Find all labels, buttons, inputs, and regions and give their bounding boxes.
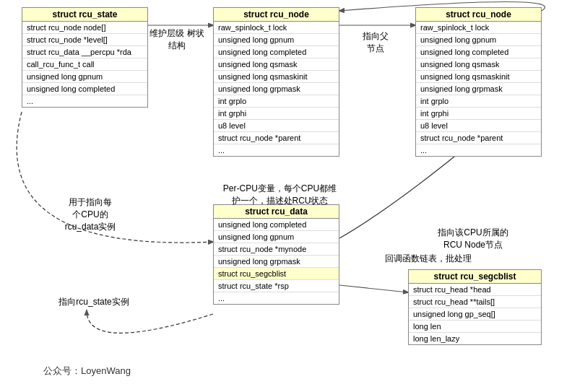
- rcu-state-field-1: struct rcu_node *level[]: [22, 34, 147, 46]
- rcu-node-mid-field-6: int grplo: [214, 95, 339, 108]
- rcu-data-field-3: unsigned long grpmask: [214, 256, 339, 268]
- rcu-node-mid-field-5: unsigned long grpmask: [214, 83, 339, 95]
- rcu-node-right-field-9: struct rcu_node *parent: [416, 132, 541, 144]
- rcu-segcblist-field-2: unsigned long gp_seq[]: [409, 308, 541, 321]
- rcu-segcblist-field-4: long len_lazy: [409, 333, 541, 344]
- rcu-data-field-5: struct rcu_state *rsp: [214, 280, 339, 292]
- rcu-segcblist-field-3: long len: [409, 321, 541, 333]
- label-maintain-tree: 维护层级 树状结构: [148, 27, 206, 52]
- rcu-data-field-0: unsigned long completed: [214, 219, 339, 231]
- rcu-node-mid-title: struct rcu_node: [214, 8, 339, 22]
- rcu-node-right-field-3: unsigned long qsmask: [416, 58, 541, 71]
- rcu-segcblist-field-0: struct rcu_head *head: [409, 284, 541, 296]
- rcu-node-right-field-4: unsigned long qsmaskinit: [416, 71, 541, 83]
- rcu-node-right-field-10: ...: [416, 144, 541, 156]
- rcu-node-right-field-2: unsigned long completed: [416, 46, 541, 58]
- rcu-data-field-1: unsigned long gpnum: [214, 231, 339, 243]
- rcu-state-field-4: unsigned long gpnum: [22, 71, 147, 83]
- rcu-node-mid-field-3: unsigned long qsmask: [214, 58, 339, 71]
- rcu-node-mid-field-7: int grphi: [214, 108, 339, 120]
- rcu-node-mid-field-10: ...: [214, 144, 339, 156]
- rcu-state-field-3: call_rcu_func_t call: [22, 58, 147, 71]
- rcu-data-title: struct rcu_data: [214, 205, 339, 219]
- label-point-rcu-node: 指向该CPU所属的RCU Node节点: [412, 227, 534, 251]
- rcu-state-field-5: unsigned long completed: [22, 83, 147, 95]
- rcu-node-right-field-6: int grplo: [416, 95, 541, 108]
- rcu-state-field-2: struct rcu_data __percpu *rda: [22, 46, 147, 58]
- rcu-node-mid-field-0: raw_spinlock_t lock: [214, 22, 339, 34]
- label-per-cpu: Per-CPU变量，每个CPU都维护一个，描述处RCU状态: [213, 183, 347, 207]
- rcu-node-right-field-0: raw_spinlock_t lock: [416, 22, 541, 34]
- rcu-node-mid-field-1: unsigned long gpnum: [214, 34, 339, 46]
- rcu-node-right-field-7: int grphi: [416, 108, 541, 120]
- rcu-state-box: struct rcu_state struct rcu_node node[] …: [22, 7, 148, 108]
- label-callback-table: 回调函数链表，批处理: [361, 253, 495, 265]
- svg-line-2: [339, 285, 408, 292]
- rcu-node-mid-box: struct rcu_node raw_spinlock_t lock unsi…: [213, 7, 339, 157]
- rcu-node-mid-field-2: unsigned long completed: [214, 46, 339, 58]
- rcu-data-field-6: ...: [214, 292, 339, 304]
- label-point-rcu-state: 指向rcu_state实例: [36, 296, 152, 308]
- rcu-segcblist-box: struct rcu_segcblist struct rcu_head *he…: [408, 269, 542, 345]
- diagram-container: struct rcu_state struct rcu_node node[] …: [0, 0, 572, 392]
- rcu-node-mid-field-4: unsigned long qsmaskinit: [214, 71, 339, 83]
- rcu-segcblist-title: struct rcu_segcblist: [409, 270, 541, 284]
- rcu-data-field-2: struct rcu_node *mynode: [214, 243, 339, 256]
- label-point-parent: 指向父节点: [347, 30, 404, 55]
- rcu-node-right-field-5: unsigned long grpmask: [416, 83, 541, 95]
- rcu-node-right-field-8: u8 level: [416, 120, 541, 132]
- rcu-segcblist-field-1: struct rcu_head **tails[]: [409, 296, 541, 308]
- rcu-state-field-6: ...: [22, 95, 147, 107]
- rcu-data-box: struct rcu_data unsigned long completed …: [213, 204, 339, 305]
- label-point-each-cpu: 用于指向每个CPU的rcu_data实例: [47, 196, 134, 232]
- rcu-state-title: struct rcu_state: [22, 8, 147, 22]
- rcu-node-right-box: struct rcu_node raw_spinlock_t lock unsi…: [415, 7, 542, 157]
- rcu-state-field-0: struct rcu_node node[]: [22, 22, 147, 34]
- rcu-node-mid-field-9: struct rcu_node *parent: [214, 132, 339, 144]
- watermark: 公众号：LoyenWang: [43, 365, 131, 378]
- rcu-node-right-title: struct rcu_node: [416, 8, 541, 22]
- rcu-node-mid-field-8: u8 level: [214, 120, 339, 132]
- rcu-node-right-field-1: unsigned long gpnum: [416, 34, 541, 46]
- rcu-data-field-4: struct rcu_segcblist: [214, 268, 339, 280]
